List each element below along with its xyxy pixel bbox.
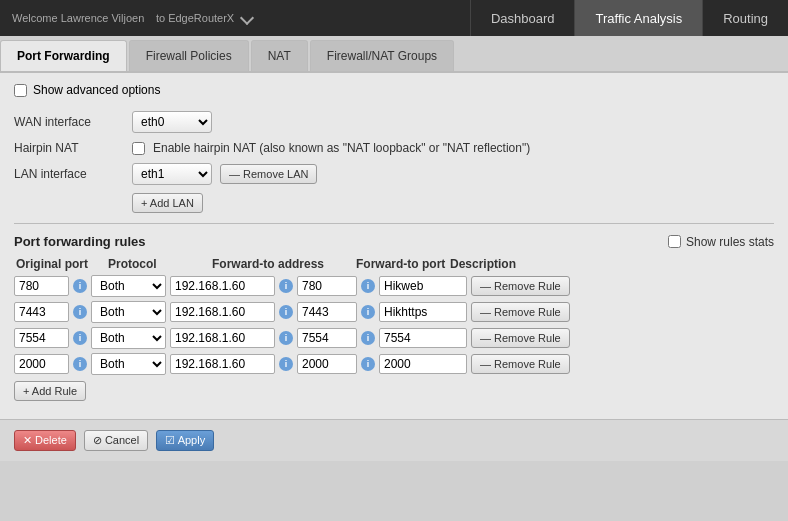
traffic-analysis-button[interactable]: Traffic Analysis [574, 0, 702, 36]
remove-rule-button[interactable]: — Remove Rule [471, 354, 570, 374]
advanced-options-label: Show advanced options [33, 83, 160, 97]
forward-port-input[interactable] [297, 354, 357, 374]
protocol-select[interactable]: BothTCPUDP [91, 301, 166, 323]
chevron-icon[interactable] [240, 11, 254, 25]
original-port-input[interactable] [14, 328, 69, 348]
forward-port-info-icon[interactable]: i [361, 279, 375, 293]
original-port-info-icon[interactable]: i [73, 331, 87, 345]
forward-port-info-icon[interactable]: i [361, 357, 375, 371]
remove-rule-button[interactable]: — Remove Rule [471, 302, 570, 322]
add-lan-row: + Add LAN [14, 193, 774, 213]
top-nav-buttons: Dashboard Traffic Analysis Routing [470, 0, 788, 36]
hairpin-nat-label: Hairpin NAT [14, 141, 124, 155]
hairpin-nat-row: Hairpin NAT Enable hairpin NAT (also kno… [14, 141, 774, 155]
description-input[interactable] [379, 328, 467, 348]
apply-button[interactable]: ☑ Apply [156, 430, 214, 451]
protocol-select[interactable]: BothTCPUDP [91, 327, 166, 349]
rules-title: Port forwarding rules [14, 234, 145, 249]
dashboard-button[interactable]: Dashboard [470, 0, 575, 36]
advanced-options-row: Show advanced options [14, 83, 774, 97]
table-row: i BothTCPUDP i i — Remove Rule [14, 275, 774, 297]
forward-port-input[interactable] [297, 328, 357, 348]
to-text: to EdgeRouterX [156, 12, 234, 24]
add-lan-button[interactable]: + Add LAN [132, 193, 203, 213]
hairpin-nat-checkbox[interactable] [132, 142, 145, 155]
content-area: Show advanced options WAN interface eth0… [0, 73, 788, 411]
forward-addr-info-icon[interactable]: i [279, 357, 293, 371]
remove-lan-button[interactable]: — Remove LAN [220, 164, 317, 184]
delete-icon: ✕ [23, 434, 35, 446]
original-port-input[interactable] [14, 354, 69, 374]
tab-firewall-nat-groups[interactable]: Firewall/NAT Groups [310, 40, 454, 71]
remove-rule-button[interactable]: — Remove Rule [471, 328, 570, 348]
hairpin-nat-text: Enable hairpin NAT (also known as "NAT l… [153, 141, 530, 155]
forward-addr-info-icon[interactable]: i [279, 279, 293, 293]
forward-port-info-icon[interactable]: i [361, 331, 375, 345]
original-port-input[interactable] [14, 302, 69, 322]
original-port-info-icon[interactable]: i [73, 357, 87, 371]
description-input[interactable] [379, 354, 467, 374]
table-row: i BothTCPUDP i i — Remove Rule [14, 353, 774, 375]
tab-port-forwarding[interactable]: Port Forwarding [0, 40, 127, 71]
forward-port-input[interactable] [297, 276, 357, 296]
show-stats-checkbox[interactable] [668, 235, 681, 248]
tab-firewall-policies[interactable]: Firewall Policies [129, 40, 249, 71]
col-description: Description [450, 257, 540, 271]
forward-addr-input[interactable] [170, 302, 275, 322]
wan-interface-select[interactable]: eth0 [132, 111, 212, 133]
description-input[interactable] [379, 302, 467, 322]
table-row: i BothTCPUDP i i — Remove Rule [14, 301, 774, 323]
forward-port-input[interactable] [297, 302, 357, 322]
forward-addr-info-icon[interactable]: i [279, 331, 293, 345]
forward-addr-input[interactable] [170, 354, 275, 374]
cancel-button[interactable]: ⊘ Cancel [84, 430, 148, 451]
original-port-info-icon[interactable]: i [73, 279, 87, 293]
tabs-bar: Port Forwarding Firewall Policies NAT Fi… [0, 36, 788, 73]
top-nav: Welcome Lawrence Viljoen to EdgeRouterX … [0, 0, 788, 36]
bottom-buttons: ✕ Delete ⊘ Cancel ☑ Apply [0, 419, 788, 461]
forward-addr-input[interactable] [170, 276, 275, 296]
column-headers: Original port Protocol Forward-to addres… [14, 257, 774, 271]
tab-nat[interactable]: NAT [251, 40, 308, 71]
rules-container: i BothTCPUDP i i — Remove Rule i BothTCP… [14, 275, 774, 375]
apply-icon: ☑ [165, 434, 177, 446]
lan-interface-row: LAN interface eth1 — Remove LAN [14, 163, 774, 185]
main-content: Port Forwarding Firewall Policies NAT Fi… [0, 36, 788, 461]
rules-header: Port forwarding rules Show rules stats [14, 234, 774, 249]
lan-interface-select[interactable]: eth1 [132, 163, 212, 185]
lan-interface-label: LAN interface [14, 167, 124, 181]
welcome-text: Welcome Lawrence Viljoen [12, 12, 144, 24]
wan-interface-label: WAN interface [14, 115, 124, 129]
cancel-icon: ⊘ [93, 434, 105, 446]
forward-addr-input[interactable] [170, 328, 275, 348]
protocol-select[interactable]: BothTCPUDP [91, 275, 166, 297]
description-input[interactable] [379, 276, 467, 296]
col-forward-address: Forward-to address [212, 257, 352, 271]
col-forward-port: Forward-to port [356, 257, 446, 271]
show-stats: Show rules stats [668, 235, 774, 249]
add-rule-button[interactable]: + Add Rule [14, 381, 86, 401]
show-stats-label: Show rules stats [686, 235, 774, 249]
routing-button[interactable]: Routing [702, 0, 788, 36]
wan-interface-row: WAN interface eth0 [14, 111, 774, 133]
table-row: i BothTCPUDP i i — Remove Rule [14, 327, 774, 349]
divider [14, 223, 774, 224]
original-port-info-icon[interactable]: i [73, 305, 87, 319]
col-original-port: Original port [16, 257, 104, 271]
add-rule-row: + Add Rule [14, 381, 774, 401]
original-port-input[interactable] [14, 276, 69, 296]
col-protocol: Protocol [108, 257, 208, 271]
delete-button[interactable]: ✕ Delete [14, 430, 76, 451]
remove-rule-button[interactable]: — Remove Rule [471, 276, 570, 296]
forward-addr-info-icon[interactable]: i [279, 305, 293, 319]
advanced-options-checkbox[interactable] [14, 84, 27, 97]
forward-port-info-icon[interactable]: i [361, 305, 375, 319]
protocol-select[interactable]: BothTCPUDP [91, 353, 166, 375]
brand: Welcome Lawrence Viljoen to EdgeRouterX [0, 0, 470, 36]
